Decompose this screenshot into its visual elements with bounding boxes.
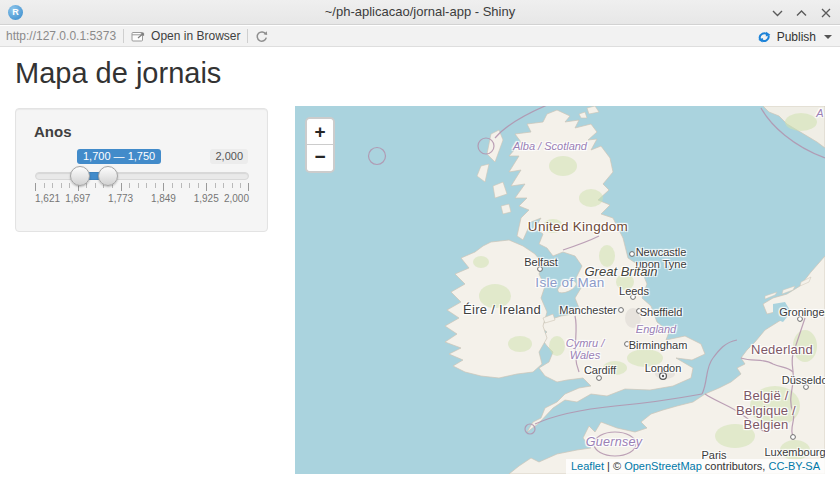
slider-grid-label: 1,697 <box>65 193 90 204</box>
slider-grid-label: 2,000 <box>224 193 249 204</box>
viewer-toolbar: http://127.0.0.1:5373 Open in Browser <box>0 26 840 47</box>
slider-grid-label: 1,849 <box>151 193 176 204</box>
publish-icon <box>757 30 772 44</box>
slider-handle-from[interactable] <box>70 166 90 186</box>
slider-handle-to[interactable] <box>98 166 118 186</box>
app-url: http://127.0.0.1:5373 <box>6 29 116 43</box>
rstudio-shiny-viewer-window: R ~/ph-aplicacao/jornal-app - Shiny http… <box>0 0 840 495</box>
map-zoom-control: + − <box>305 117 335 173</box>
refresh-icon <box>255 30 268 43</box>
window-title: ~/ph-aplicacao/jornal-app - Shiny <box>0 4 840 19</box>
publish-button[interactable]: Publish <box>777 30 816 44</box>
osm-link[interactable]: OpenStreetMap <box>624 460 702 472</box>
slider-grid-label: 1,621 <box>35 193 60 204</box>
open-in-browser-button[interactable]: Open in Browser <box>131 29 240 43</box>
slider-grid-label: 1,925 <box>194 193 219 204</box>
close-icon[interactable] <box>819 6 832 19</box>
refresh-button[interactable] <box>255 30 268 43</box>
slider-track[interactable] <box>35 172 249 180</box>
slider-grid-label: 1,773 <box>108 193 133 204</box>
open-in-browser-label: Open in Browser <box>151 29 240 43</box>
leaflet-map[interactable]: Alba / Scotland United Kingdom Newcastle… <box>295 106 825 474</box>
slider-range-value: 1,700 — 1,750 <box>77 149 161 164</box>
zoom-out-button[interactable]: − <box>307 145 333 171</box>
license-link[interactable]: CC-BY-SA <box>768 460 820 472</box>
open-in-browser-icon <box>131 30 146 42</box>
sidebar-panel: Anos 1,700 — 1,750 2,000 1,621 1,697 1,7… <box>15 108 268 232</box>
slider-max-value: 2,000 <box>210 149 248 164</box>
leaflet-link[interactable]: Leaflet <box>571 460 604 472</box>
page-title: Mapa de jornais <box>15 57 221 90</box>
publish-dropdown-caret-icon[interactable] <box>824 35 832 39</box>
map-tiles <box>295 106 825 474</box>
maximize-chevron-up-icon[interactable] <box>795 6 808 19</box>
zoom-in-button[interactable]: + <box>307 119 333 145</box>
map-attribution: Leaflet | © OpenStreetMap contributors, … <box>566 459 825 474</box>
slider-minor-ticks <box>35 183 249 188</box>
minimize-chevron-down-icon[interactable] <box>771 6 784 19</box>
window-titlebar: R ~/ph-aplicacao/jornal-app - Shiny <box>0 0 840 25</box>
year-range-slider[interactable]: 1,700 — 1,750 2,000 1,621 1,697 1,773 1,… <box>35 109 249 233</box>
